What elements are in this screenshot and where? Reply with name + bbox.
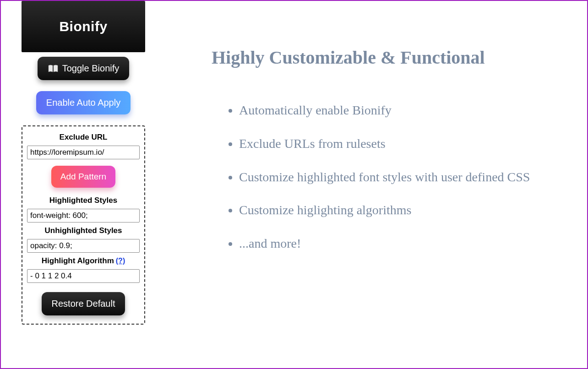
restore-default-label: Restore Default — [52, 298, 115, 309]
toggle-label: Toggle Bionify — [62, 63, 120, 74]
list-item: ...and more! — [239, 233, 550, 254]
add-pattern-button[interactable]: Add Pattern — [51, 166, 115, 188]
marketing-heading: Highly Customizable & Functional — [212, 47, 550, 68]
toggle-bionify-button[interactable]: Toggle Bionify — [38, 57, 130, 80]
highlight-algorithm-help-link[interactable]: (?) — [116, 257, 125, 265]
book-icon — [48, 65, 59, 73]
highlight-algorithm-label-row: Highlight Algorithm (?) — [42, 256, 125, 266]
unhighlighted-styles-input[interactable] — [27, 239, 140, 253]
highlight-algorithm-label: Highlight Algorithm — [42, 256, 114, 266]
brand-header: Bionify — [22, 1, 145, 52]
extension-panel: Bionify Toggle Bionify Enable Auto Apply… — [1, 1, 166, 368]
exclude-url-input[interactable] — [27, 146, 140, 159]
brand-title: Bionify — [59, 19, 107, 34]
list-item: Automatically enable Bionify — [239, 100, 550, 121]
highlighted-styles-input[interactable] — [27, 209, 140, 222]
auto-apply-label: Enable Auto Apply — [46, 98, 120, 108]
list-item: Customize highlighted font styles with u… — [239, 167, 550, 188]
restore-default-button[interactable]: Restore Default — [42, 292, 125, 315]
unhighlighted-styles-label: Unhighlighted Styles — [44, 226, 122, 235]
marketing-panel: Highly Customizable & Functional Automat… — [166, 1, 587, 368]
enable-auto-apply-button[interactable]: Enable Auto Apply — [36, 91, 131, 114]
highlighted-styles-label: Highlighted Styles — [49, 196, 117, 205]
list-item: Exclude URLs from rulesets — [239, 134, 550, 154]
exclude-url-label: Exclude URL — [60, 133, 108, 142]
add-pattern-label: Add Pattern — [60, 172, 106, 181]
highlight-algorithm-input[interactable] — [27, 269, 140, 283]
list-item: Customize higlighting algorithms — [239, 200, 550, 221]
settings-box: Exclude URL Add Pattern Highlighted Styl… — [22, 125, 145, 325]
marketing-bullet-list: Automatically enable Bionify Exclude URL… — [212, 100, 550, 254]
